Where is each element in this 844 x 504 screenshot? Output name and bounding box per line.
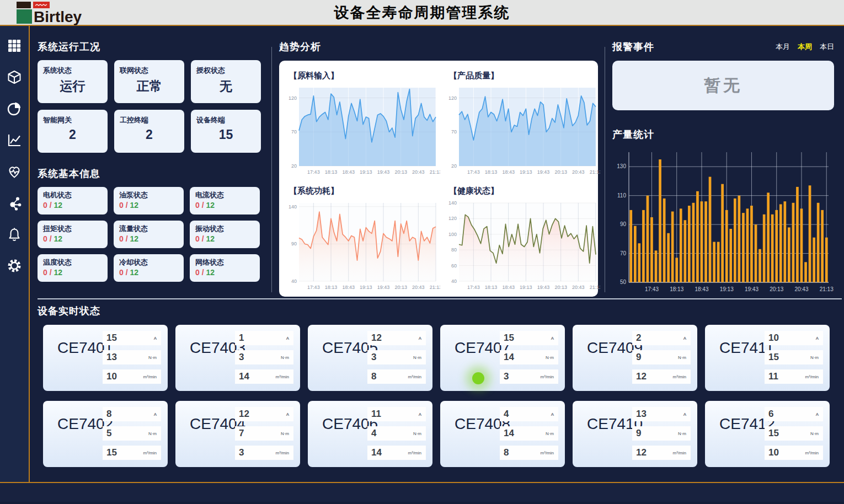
cube-3d-icon[interactable]: [6, 69, 23, 85]
device-metric-unit: m³/min: [408, 451, 421, 455]
device-metric-value: 9: [636, 352, 641, 363]
device-card[interactable]: CE740512A3N·m8m³/min: [308, 325, 432, 391]
device-card[interactable]: CE74092A9N·m12m³/min: [573, 325, 697, 391]
device-metric-value: 4: [504, 409, 509, 420]
footer-bar: [0, 483, 844, 502]
device-card[interactable]: CE740611A4N·m14m³/min: [308, 401, 432, 467]
device-metric-row: 5N·m: [103, 426, 161, 441]
device-metric-unit: N·m: [678, 431, 686, 436]
device-metric-unit: N·m: [148, 431, 157, 436]
device-metric-value: 12: [239, 409, 249, 420]
device-card[interactable]: CE741110A15N·m11m³/min: [705, 325, 830, 391]
pie-chart-icon[interactable]: [6, 101, 23, 116]
devices-panel: 设备实时状态 CE740115A13N·m10m³/minCE74031A3N·…: [38, 298, 842, 467]
info-card: 冷却状态0 / 12: [114, 254, 184, 282]
device-grid: CE740115A13N·m10m³/minCE74031A3N·m14m³/m…: [43, 325, 842, 467]
device-metric-unit: N·m: [810, 431, 819, 436]
svg-text:19:13: 19:13: [520, 169, 532, 175]
status-card-value: 无: [196, 78, 255, 95]
info-card-label: 网络状态: [195, 258, 254, 267]
device-metric-unit: m³/min: [541, 374, 554, 379]
alarm-tab[interactable]: 本日: [820, 42, 834, 52]
info-card-ratio: 0 / 12: [195, 268, 254, 277]
info-card-ratio: 0 / 12: [119, 234, 178, 243]
device-card[interactable]: CE740115A13N·m10m³/min: [43, 325, 168, 391]
device-metric-value: 14: [504, 428, 514, 439]
device-metric-unit: A: [419, 412, 421, 417]
device-metric-unit: A: [551, 412, 554, 417]
device-metric-unit: m³/min: [541, 451, 554, 455]
device-metric-value: 7: [239, 428, 244, 439]
device-card[interactable]: CE74126A15N·m10m³/min: [705, 401, 830, 467]
line-chart-icon[interactable]: [6, 132, 23, 148]
device-metrics: 13A9N·m12m³/min: [632, 407, 691, 460]
bell-icon[interactable]: [6, 227, 23, 242]
device-metrics: 8A5N·m15m³/min: [103, 407, 161, 460]
info-card-label: 电流状态: [195, 190, 254, 200]
device-metric-value: 9: [636, 428, 641, 439]
info-card-label: 油泵状态: [119, 190, 178, 200]
device-card[interactable]: CE74084A14N·m8m³/min: [440, 401, 565, 467]
status-card-label: 工控终端: [120, 115, 179, 125]
network-nodes-icon[interactable]: [6, 195, 23, 211]
device-metric-value: 14: [239, 371, 249, 382]
device-metric-row: 4A: [500, 407, 558, 421]
svg-text:20:43: 20:43: [794, 286, 808, 292]
device-metric-row: 6A: [765, 407, 823, 421]
status-card-value: 15: [196, 127, 255, 142]
raw-input-chart: 207012017:4318:1318:4319:1319:4320:1320:…: [285, 83, 440, 178]
device-metric-unit: m³/min: [805, 374, 819, 379]
apps-grid-icon[interactable]: [6, 38, 23, 53]
device-metric-row: 7N·m: [235, 426, 293, 441]
status-card: 授权状态无: [191, 60, 261, 103]
svg-text:19:13: 19:13: [520, 285, 532, 290]
birtley-logo: Birtley: [17, 2, 82, 24]
device-metric-row: 15A: [500, 331, 558, 345]
alarm-tab[interactable]: 本周: [798, 42, 812, 52]
device-metric-value: 15: [768, 428, 779, 439]
svg-text:18:43: 18:43: [502, 169, 515, 175]
device-metrics: 11A4N·m14m³/min: [367, 407, 426, 460]
device-card[interactable]: CE740412A7N·m3m³/min: [175, 401, 300, 467]
svg-text:20:13: 20:13: [394, 285, 407, 290]
logo-wave-icon: [35, 3, 48, 7]
device-card[interactable]: CE741013A9N·m12m³/min: [573, 401, 697, 467]
device-metric-unit: N·m: [148, 355, 157, 360]
device-card[interactable]: CE74028A5N·m15m³/min: [43, 401, 168, 467]
logo-dark-square: [17, 2, 31, 8]
system-status-panel: 系统运行工况 系统状态运行联网状态正常授权状态无智能网关2工控终端2设备终端15…: [38, 40, 260, 282]
device-metric-row: 11m³/min: [765, 369, 823, 384]
svg-text:70: 70: [451, 129, 457, 135]
device-metric-row: 3N·m: [367, 350, 426, 364]
svg-text:20:43: 20:43: [412, 285, 425, 290]
svg-text:120: 120: [448, 95, 457, 101]
device-metric-value: 14: [504, 352, 514, 363]
device-metric-unit: m³/min: [276, 374, 289, 379]
alarm-tab[interactable]: 本月: [776, 42, 790, 52]
device-metric-row: 15N·m: [765, 426, 823, 441]
device-metric-row: 14N·m: [500, 350, 558, 364]
sidebar: [0, 26, 30, 482]
status-card-value: 2: [120, 127, 179, 142]
device-card[interactable]: CE74031A3N·m14m³/min: [175, 325, 300, 391]
health-pulse-icon[interactable]: [6, 164, 23, 179]
info-card: 温度状态0 / 12: [38, 254, 108, 282]
svg-text:20:13: 20:13: [394, 169, 407, 175]
svg-text:17:43: 17:43: [467, 285, 480, 290]
svg-text:18:13: 18:13: [325, 169, 338, 175]
device-metric-row: 15N·m: [765, 350, 823, 364]
devices-title: 设备实时状态: [38, 304, 842, 318]
info-card: 网络状态0 / 12: [190, 254, 260, 282]
device-metric-row: 12A: [367, 331, 426, 345]
svg-text:40: 40: [291, 278, 297, 284]
device-card[interactable]: CE740715A14N·m3m³/min: [440, 325, 565, 391]
gear-icon[interactable]: [6, 258, 23, 274]
device-metric-unit: N·m: [678, 355, 686, 360]
raw-input-chart-cell: 【原料输入】 207012017:4318:1318:4319:1319:432…: [281, 66, 441, 178]
info-card: 振动状态0 / 12: [190, 221, 260, 248]
svg-text:80: 80: [451, 247, 457, 253]
device-metric-unit: N·m: [413, 355, 421, 360]
product-quality-chart-cell: 【产品质量】 207012017:4318:1318:4319:1319:432…: [441, 66, 601, 178]
device-metric-row: 12A: [235, 407, 293, 421]
device-metric-unit: N·m: [281, 431, 289, 436]
